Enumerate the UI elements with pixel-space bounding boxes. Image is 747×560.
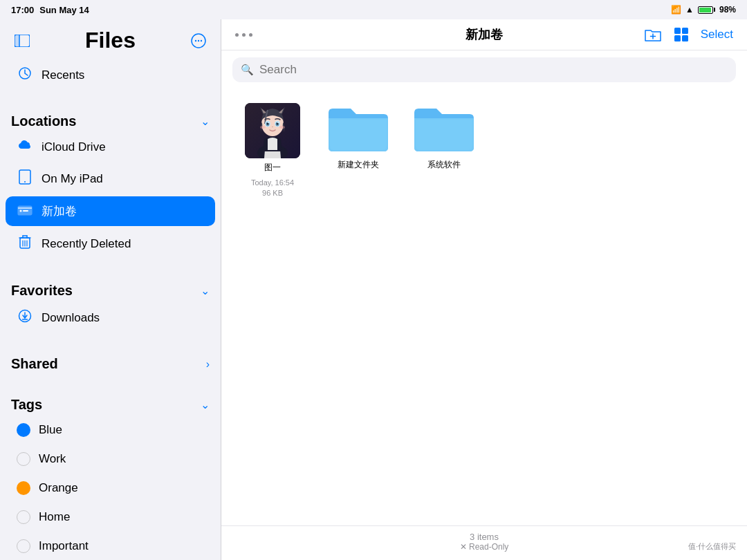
tags-title: Tags (11, 397, 42, 413)
files-grid: 图一 Today, 16:54 96 KB 新建文件夹 (221, 89, 747, 525)
orange-tag-label: Orange (39, 481, 204, 495)
dot-2 (242, 33, 246, 37)
file-name-folder1: 新建文件夹 (338, 160, 379, 171)
file-item-folder1[interactable]: 新建文件夹 (324, 103, 393, 198)
search-icon: 🔍 (241, 64, 254, 76)
dot-1 (235, 33, 239, 37)
locations-chevron-icon[interactable]: ⌄ (201, 115, 210, 128)
sidebar-header: Files (0, 19, 221, 59)
sidebar-item-tag-home[interactable]: Home (6, 503, 215, 531)
search-bar: 🔍 (221, 50, 747, 89)
readonly-indicator: ✕ Read-Only (460, 542, 509, 552)
svg-point-43 (279, 126, 285, 129)
sidebar: Files Recents Locati (0, 19, 221, 560)
dot-3 (249, 33, 252, 37)
recents-label: Recents (42, 68, 204, 82)
sidebar-toggle-button[interactable] (11, 30, 33, 52)
locations-section-header: Locations ⌄ (0, 102, 221, 132)
header-actions: Select (644, 26, 733, 43)
sidebar-item-downloads[interactable]: Downloads (6, 302, 215, 333)
header-dots (235, 33, 252, 37)
sidebar-item-ipad[interactable]: On My iPad (6, 162, 215, 195)
locations-title: Locations (11, 113, 76, 129)
sidebar-item-recents[interactable]: Recents (6, 59, 215, 91)
trash-icon (17, 234, 33, 253)
watermark: 值·什么值得买 (688, 541, 736, 552)
shared-chevron-icon[interactable]: › (206, 358, 210, 371)
xinjuan-label: 新加卷 (42, 203, 204, 219)
file-thumbnail-img1 (245, 103, 300, 158)
file-name-img1: 图一 (264, 162, 281, 174)
ipad-label: On My iPad (42, 172, 204, 186)
main-content: 新加卷 (221, 19, 747, 560)
sidebar-item-tag-orange[interactable]: Orange (6, 474, 215, 502)
status-bar: 17:00 Sun May 14 📶 ▲ 98% (0, 0, 747, 19)
svg-point-41 (277, 122, 279, 124)
important-tag-label: Important (39, 539, 204, 553)
content-header: 新加卷 (221, 19, 747, 50)
sidebar-item-icloud[interactable]: iCloud Drive (6, 133, 215, 161)
recents-icon (17, 66, 33, 84)
xinjuan-icon (17, 203, 33, 219)
sidebar-item-xinjuan[interactable]: 新加卷 (6, 196, 215, 226)
sidebar-title: Files (85, 28, 136, 53)
sidebar-item-tag-blue[interactable]: Blue (6, 416, 215, 444)
sidebar-header-icons (11, 30, 33, 52)
shared-section-header[interactable]: Shared › (0, 345, 221, 375)
search-wrapper[interactable]: 🔍 (232, 57, 736, 82)
icloud-icon (17, 140, 33, 154)
status-left: 17:00 Sun May 14 (11, 5, 89, 15)
battery-indicator (698, 6, 715, 14)
favorites-section-header: Favorites ⌄ (0, 272, 221, 301)
app-container: Files Recents Locati (0, 19, 747, 560)
svg-point-40 (268, 122, 269, 124)
icloud-label: iCloud Drive (42, 140, 204, 154)
new-folder-button[interactable] (644, 27, 662, 42)
more-options-button[interactable] (187, 30, 210, 52)
svg-point-42 (260, 126, 266, 129)
file-meta-img1: Today, 16:54 96 KB (251, 178, 294, 199)
svg-rect-28 (674, 35, 681, 41)
important-tag-dot (17, 539, 30, 553)
file-name-folder2: 系统软件 (427, 160, 461, 171)
battery-percent: 98% (719, 5, 736, 15)
svg-rect-1 (15, 35, 19, 47)
orange-tag-dot (17, 481, 30, 495)
file-thumbnail-folder1 (327, 103, 389, 156)
tags-chevron-icon[interactable]: ⌄ (201, 398, 210, 411)
home-tag-dot (17, 510, 30, 524)
svg-point-5 (195, 39, 196, 41)
recently-deleted-label: Recently Deleted (42, 237, 204, 251)
file-item-img1[interactable]: 图一 Today, 16:54 96 KB (238, 103, 307, 198)
file-thumbnail-folder2 (413, 103, 475, 156)
grid-view-button[interactable] (673, 26, 690, 43)
select-label: Select (701, 28, 733, 41)
signal-icon: ▲ (685, 5, 694, 15)
svg-point-6 (201, 39, 202, 41)
file-item-folder2[interactable]: 系统软件 (409, 103, 479, 198)
work-tag-dot (17, 452, 30, 466)
status-date: Sun May 14 (39, 5, 89, 15)
blue-tag-dot (17, 423, 30, 437)
status-time: 17:00 (11, 5, 34, 15)
blue-tag-label: Blue (39, 423, 204, 437)
select-button[interactable]: Select (701, 28, 733, 41)
search-input[interactable] (259, 63, 728, 77)
home-tag-label: Home (39, 510, 204, 524)
svg-rect-26 (674, 28, 681, 34)
sidebar-item-tag-important[interactable]: Important (6, 532, 215, 560)
tags-section-header: Tags ⌄ (0, 386, 221, 416)
content-title: 新加卷 (465, 26, 503, 43)
downloads-icon (17, 309, 33, 326)
svg-point-4 (198, 39, 199, 41)
sidebar-item-recently-deleted[interactable]: Recently Deleted (6, 227, 215, 260)
favorites-chevron-icon[interactable]: ⌄ (201, 284, 210, 297)
svg-rect-27 (682, 28, 688, 34)
status-right: 📶 ▲ 98% (671, 5, 736, 15)
ipad-icon (17, 169, 33, 188)
item-count: 3 items (470, 532, 499, 542)
svg-point-11 (20, 210, 22, 212)
wifi-icon: 📶 (671, 5, 681, 15)
work-tag-label: Work (39, 452, 204, 466)
sidebar-item-tag-work[interactable]: Work (6, 445, 215, 473)
